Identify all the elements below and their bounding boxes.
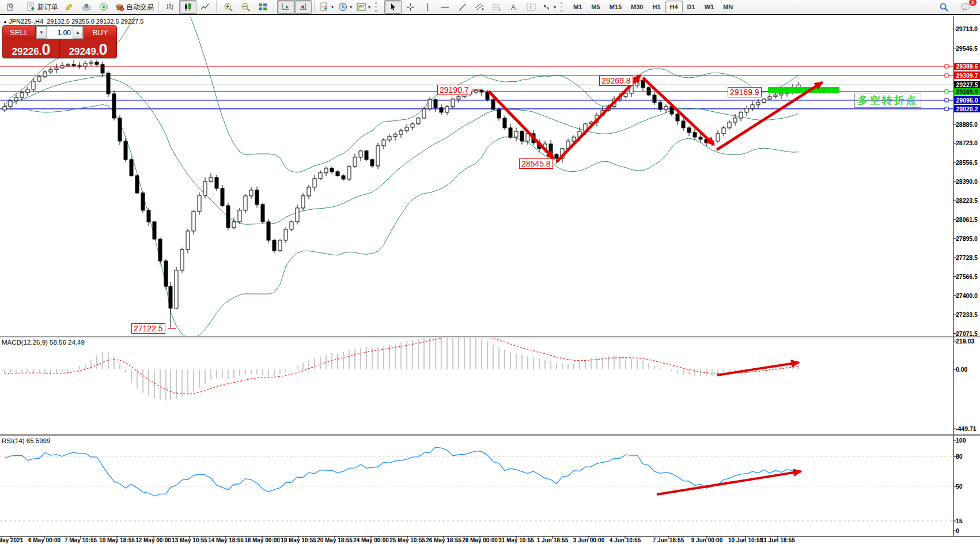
auto-trading-button[interactable]: 自动交易 — [112, 0, 156, 14]
new-order-label: 新订单 — [37, 2, 58, 12]
toolbar-grip[interactable] — [375, 2, 379, 12]
date-axis-label: 20 May 18:55 — [317, 537, 353, 543]
candlestick-chart-button[interactable] — [179, 0, 196, 14]
cursor-icon — [389, 3, 398, 12]
auto-scroll-button[interactable] — [277, 0, 294, 14]
toolbar-grip[interactable] — [561, 2, 564, 12]
auto-scroll-icon — [281, 2, 290, 12]
clipped-chart-icon[interactable] — [1, 0, 18, 14]
date-axis-label: 6 May 00:00 — [28, 537, 60, 543]
date-axis-label: 7 Jun 18:55 — [653, 537, 684, 543]
timeframe-h1[interactable]: H1 — [648, 1, 665, 13]
zoom-out-button[interactable] — [237, 0, 254, 14]
new-order-button[interactable]: 新订单 — [24, 0, 60, 14]
timeframe-m15[interactable]: M15 — [605, 1, 626, 13]
text-label-tool-button[interactable]: T — [523, 0, 540, 14]
tile-windows-icon — [258, 2, 267, 12]
timeframe-m5[interactable]: M5 — [587, 1, 604, 13]
auto-trading-icon — [115, 2, 124, 12]
buy-price-main: 29249. — [69, 47, 99, 56]
crosshair-tool-button[interactable] — [402, 0, 419, 14]
date-axis-label: 24 May 00:00 — [353, 537, 389, 543]
date-axis-label: 14 May 18:55 — [208, 537, 244, 543]
timeframe-w1[interactable]: W1 — [700, 1, 719, 13]
chart-svg — [0, 0, 980, 544]
zoom-out-icon — [241, 2, 251, 12]
text-icon: A — [510, 3, 518, 12]
horizontal-line-icon — [440, 3, 449, 12]
cloud-user-icon — [82, 2, 92, 12]
notifications-button[interactable]: 1 — [957, 0, 974, 14]
timeframe-bar: M1M5M15M30H1H4D1W1MN — [569, 1, 737, 13]
timeframe-mn[interactable]: MN — [718, 1, 737, 13]
buy-price-big-digit: 0 — [99, 43, 107, 56]
candlestick-chart-icon — [183, 2, 192, 12]
timeframe-d1[interactable]: D1 — [683, 1, 700, 13]
sell-button[interactable]: SELL — [3, 26, 36, 39]
price-callout-label[interactable]: 29269.8 — [599, 75, 633, 86]
date-axis-label: 26 May 18:55 — [426, 537, 461, 543]
cursor-tool-button[interactable] — [384, 0, 402, 14]
price-callout-label[interactable]: 27122.5 — [131, 323, 165, 334]
separator — [216, 1, 217, 13]
price-axis-tick-label: 27071.5 — [956, 330, 978, 337]
chart-shift-icon — [298, 2, 308, 12]
text-tool-button[interactable]: A — [505, 0, 523, 14]
date-axis-label: 25 May 10:55 — [389, 537, 425, 543]
search-button[interactable] — [935, 0, 952, 14]
channel-tool-button[interactable]: E — [471, 0, 488, 14]
price-level-label: 29095.0 — [954, 96, 980, 104]
price-callout-label[interactable]: 29190.7 — [437, 85, 471, 95]
timeframe-h4[interactable]: H4 — [665, 1, 683, 13]
svg-text:T: T — [529, 5, 533, 10]
buy-price[interactable]: 29249. 0 — [60, 39, 116, 58]
trendline-tool-button[interactable] — [453, 0, 471, 14]
indicators-icon — [320, 2, 329, 12]
date-axis-label: 9 Jun 00:00 — [691, 537, 722, 543]
arrows-tool-button[interactable]: ▾ — [540, 0, 558, 14]
periods-button[interactable]: ▾ — [336, 0, 354, 14]
horizontal-line-tool-button[interactable] — [436, 0, 453, 14]
price-callout-label[interactable]: 28545.8 — [519, 158, 553, 169]
volume-increase-button[interactable]: ▲ — [73, 27, 83, 39]
chart-header: ▲ JPN225-,H4 29132.5 29255.0 29132.5 292… — [3, 18, 143, 25]
date-axis-label: May 2021 — [0, 537, 23, 543]
styler-button[interactable] — [60, 0, 78, 14]
date-axis-label: 1 Jun 18:55 — [537, 537, 568, 543]
price-callout-label[interactable]: 29169.9 — [728, 87, 762, 97]
community-button[interactable] — [78, 0, 95, 14]
timeframe-m1[interactable]: M1 — [569, 1, 587, 13]
zoom-in-button[interactable] — [220, 0, 237, 14]
vertical-line-tool-button[interactable] — [419, 0, 436, 14]
zoom-in-icon — [224, 2, 233, 12]
timeframe-m30[interactable]: M30 — [626, 1, 648, 13]
indicators-caret-icon: ▾ — [331, 5, 334, 10]
date-axis-label: 19 May 10:55 — [281, 537, 316, 543]
tile-windows-button[interactable] — [254, 0, 271, 14]
chart-shift-button[interactable] — [294, 0, 312, 14]
price-axis-tick-label: 29713.0 — [956, 25, 978, 32]
main-toolbar: 新订单 自动交易 — [0, 0, 980, 15]
new-order-icon — [27, 2, 36, 12]
date-axis-label: 10 May 18:55 — [99, 537, 135, 543]
sell-price[interactable]: 29226. 0 — [3, 39, 60, 58]
bar-chart-button[interactable] — [162, 0, 179, 14]
templates-button[interactable]: ▾ — [354, 0, 373, 14]
turning-point-annotation[interactable]: 多空转折点 — [854, 93, 921, 108]
signals-button[interactable] — [95, 0, 112, 14]
volume-decrease-button[interactable]: ▼ — [36, 27, 47, 39]
clock-icon — [338, 2, 347, 12]
date-axis-label: 28 May 00:00 — [462, 537, 498, 543]
rsi-axis-tick-label: 15 — [956, 517, 963, 524]
volume-input[interactable]: 1.00 — [47, 27, 73, 39]
indicators-button[interactable]: ▾ — [317, 0, 336, 14]
price-axis-tick-label: 28390.0 — [956, 178, 978, 185]
trendline-icon — [458, 3, 467, 12]
buy-button[interactable]: BUY — [84, 26, 116, 39]
chart-fragment-icon — [7, 2, 13, 12]
price-axis-tick-label: 27728.5 — [956, 254, 978, 261]
line-chart-button[interactable] — [196, 0, 214, 14]
price-axis-tick-label: 28556.5 — [956, 159, 978, 166]
templates-icon — [357, 2, 366, 12]
fibonacci-tool-button[interactable]: F — [488, 0, 505, 14]
